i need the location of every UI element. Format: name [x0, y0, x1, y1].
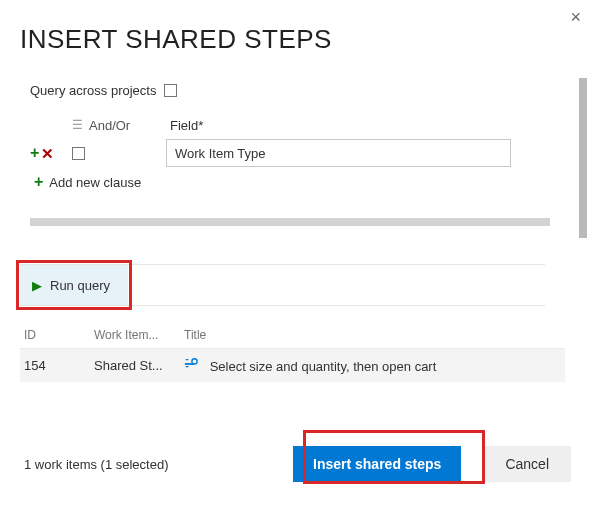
cancel-button[interactable]: Cancel [483, 446, 571, 482]
andor-header-label: And/Or [89, 118, 130, 133]
dialog-footer: 1 work items (1 selected) Insert shared … [0, 446, 595, 482]
play-icon: ▶ [32, 278, 42, 293]
query-across-projects-label: Query across projects [30, 83, 156, 98]
run-query-bar: ▶ Run query [20, 264, 545, 306]
plus-icon: + [34, 174, 43, 190]
column-id[interactable]: ID [24, 328, 94, 342]
insert-shared-steps-button[interactable]: Insert shared steps [293, 446, 461, 482]
horizontal-scrollbar[interactable] [30, 218, 550, 226]
run-query-button[interactable]: ▶ Run query [20, 265, 128, 305]
run-query-label: Run query [50, 278, 110, 293]
column-field: Field* [166, 118, 575, 133]
query-across-projects-checkbox[interactable] [164, 84, 177, 97]
cell-title-text: Select size and quantity, then open cart [210, 359, 437, 374]
column-title[interactable]: Title [184, 328, 561, 342]
svg-point-1 [192, 359, 197, 364]
clause-header: ☰ And/Or Field* [30, 112, 575, 138]
add-clause-icon[interactable]: + [30, 145, 39, 161]
remove-clause-icon[interactable]: ✕ [41, 146, 54, 161]
close-icon[interactable]: × [570, 8, 581, 26]
dialog-title: INSERT SHARED STEPS [0, 0, 595, 65]
add-new-clause[interactable]: + Add new clause [30, 168, 575, 198]
add-new-clause-label: Add new clause [49, 175, 141, 190]
results-header: ID Work Item... Title [20, 322, 565, 349]
query-across-projects-row: Query across projects [20, 65, 575, 106]
insert-shared-steps-dialog: × INSERT SHARED STEPS Query across proje… [0, 0, 595, 506]
table-row[interactable]: 154 Shared St... Select size and quantit… [20, 349, 565, 382]
shared-steps-icon [184, 357, 200, 374]
cell-title: Select size and quantity, then open cart [184, 357, 561, 374]
dialog-body: Query across projects ☰ And/Or Field* + … [0, 65, 595, 230]
column-andor: ☰ And/Or [72, 118, 162, 133]
status-text: 1 work items (1 selected) [24, 457, 293, 472]
clause-row: + ✕ [30, 138, 575, 168]
clause-andor-checkbox[interactable] [72, 147, 85, 160]
list-icon: ☰ [72, 118, 83, 132]
clause-area: ☰ And/Or Field* + ✕ + Add new clause [20, 106, 575, 230]
results-table: ID Work Item... Title 154 Shared St... S… [20, 322, 565, 382]
column-work-item-type[interactable]: Work Item... [94, 328, 184, 342]
cell-id: 154 [24, 358, 94, 373]
field-input[interactable] [166, 139, 511, 167]
cell-work-item-type: Shared St... [94, 358, 184, 373]
